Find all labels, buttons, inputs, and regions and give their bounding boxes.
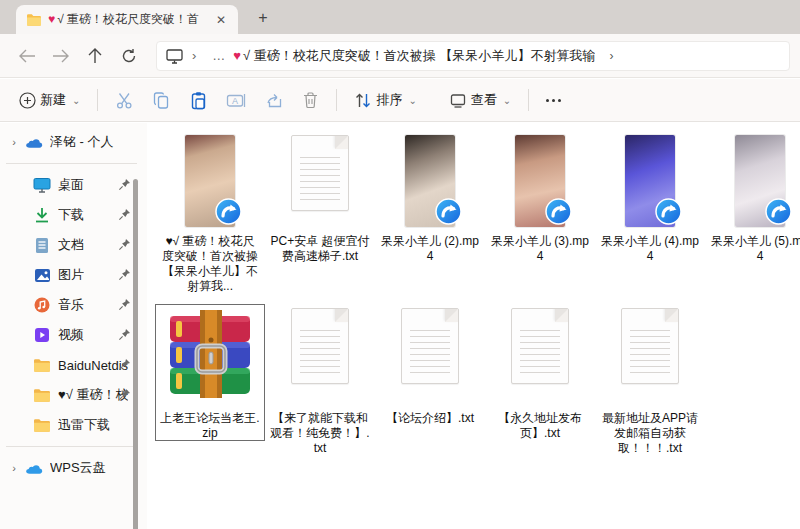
share-button[interactable] xyxy=(256,84,293,116)
breadcrumb-overflow[interactable]: … xyxy=(212,48,225,63)
chevron-down-icon: ⌄ xyxy=(72,95,80,106)
copy-icon xyxy=(152,91,171,110)
file-item-video[interactable]: 呆呆小羊儿 (4).mp4 xyxy=(595,131,705,264)
sidebar-item-label: WPS云盘 xyxy=(50,459,106,477)
folder-icon xyxy=(26,13,42,27)
sidebar-item-music[interactable]: 音乐 xyxy=(0,290,147,320)
back-button[interactable] xyxy=(10,41,44,71)
sidebar-item-videos[interactable]: 视频 xyxy=(0,320,147,350)
toolbar-divider xyxy=(97,89,98,111)
refresh-button[interactable] xyxy=(112,41,146,71)
video-thumbnail xyxy=(515,135,565,227)
file-name: 呆呆小羊儿 (3).mp4 xyxy=(490,234,590,264)
sidebar-item-baidunetdisk[interactable]: BaiduNetdis xyxy=(0,350,147,380)
chevron-right-icon[interactable]: › xyxy=(6,462,22,474)
sidebar-item-label: 泽铭 - 个人 xyxy=(50,133,114,151)
document-icon xyxy=(33,236,51,254)
back-arrow-icon xyxy=(18,49,36,63)
tab-close-button[interactable]: ✕ xyxy=(212,11,230,29)
desktop-icon xyxy=(33,176,51,194)
explorer-body: › 泽铭 - 个人 桌面 下载 xyxy=(0,123,800,529)
sidebar-item-label: 迅雷下载 xyxy=(58,416,110,434)
file-name: PC+安卓 超便宜付费高速梯子.txt xyxy=(270,234,370,264)
file-item-video[interactable]: 呆呆小羊儿 (5).mp4 xyxy=(705,131,800,264)
file-name: 【来了就能下载和观看！纯免费！】.txt xyxy=(270,411,370,456)
toolbar-divider xyxy=(528,89,529,111)
pin-icon xyxy=(118,208,131,221)
sort-button[interactable]: 排序 ⌄ xyxy=(345,84,425,116)
file-item-video[interactable]: 呆呆小羊儿 (3).mp4 xyxy=(485,131,595,264)
up-button[interactable] xyxy=(78,41,112,71)
new-tab-button[interactable]: + xyxy=(252,8,274,28)
toolbar-divider xyxy=(336,89,337,111)
address-bar[interactable]: › … ♥√ 重磅！校花尺度突破！首次被操 【呆呆小羊儿】不射算我输 › xyxy=(156,41,790,71)
sidebar-item-label: 图片 xyxy=(58,266,84,284)
file-item-txt[interactable]: 【论坛介绍】.txt xyxy=(375,304,485,426)
pictures-icon xyxy=(33,266,51,284)
breadcrumb-current-folder[interactable]: ♥√ 重磅！校花尺度突破！首次被操 【呆呆小羊儿】不射算我输 xyxy=(233,47,595,65)
sidebar-divider xyxy=(6,163,137,164)
view-button[interactable]: 查看 ⌄ xyxy=(440,84,520,116)
navigation-pane: › 泽铭 - 个人 桌面 下载 xyxy=(0,123,147,529)
paste-button[interactable] xyxy=(180,84,217,116)
plus-circle-icon xyxy=(19,92,36,109)
new-button-label: 新建 xyxy=(40,91,66,109)
copy-button[interactable] xyxy=(143,84,180,116)
cut-button[interactable] xyxy=(106,84,143,116)
sidebar-item-thunder-downloads[interactable]: 迅雷下载 xyxy=(0,410,147,440)
pin-icon xyxy=(118,298,131,311)
file-item-video-main[interactable]: ♥√ 重磅！校花尺度突破！首次被操 【呆呆小羊儿】不射算我... xyxy=(155,131,265,294)
address-end-chevron[interactable]: › xyxy=(609,49,613,63)
sidebar-item-desktop[interactable]: 桌面 xyxy=(0,170,147,200)
file-item-txt[interactable]: 【永久地址发布页】.txt xyxy=(485,304,595,441)
explorer-tab[interactable]: ♥√ 重磅！校花尺度突破！首 ✕ xyxy=(16,5,238,34)
file-name: 呆呆小羊儿 (5).mp4 xyxy=(710,234,800,264)
new-button[interactable]: 新建 ⌄ xyxy=(10,84,89,116)
file-item-zip-selected[interactable]: 上老王论坛当老王.zip xyxy=(155,304,265,441)
forward-arrow-icon xyxy=(52,49,70,63)
sidebar-item-home-onedrive[interactable]: › 泽铭 - 个人 xyxy=(0,127,147,157)
file-name: 呆呆小羊儿 (4).mp4 xyxy=(600,234,700,264)
sidebar-item-documents[interactable]: 文档 xyxy=(0,230,147,260)
file-item-txt[interactable]: 【来了就能下载和观看！纯免费！】.txt xyxy=(265,304,375,456)
up-arrow-icon xyxy=(88,48,102,64)
video-thumbnail xyxy=(735,135,785,227)
sidebar-divider xyxy=(6,446,137,447)
rename-button[interactable]: A xyxy=(217,84,256,116)
sidebar-item-pictures[interactable]: 图片 xyxy=(0,260,147,290)
navigation-bar: › … ♥√ 重磅！校花尺度突破！首次被操 【呆呆小羊儿】不射算我输 › xyxy=(0,34,800,78)
sidebar-item-downloads[interactable]: 下载 xyxy=(0,200,147,230)
sidebar-item-wps-cloud[interactable]: › WPS云盘 xyxy=(0,453,147,483)
sidebar-item-zhongbang-folder[interactable]: ♥√ 重磅！校 xyxy=(0,380,147,410)
sidebar-item-label: 音乐 xyxy=(58,296,84,314)
file-row-1: ♥√ 重磅！校花尺度突破！首次被操 【呆呆小羊儿】不射算我... PC+安卓 超… xyxy=(155,131,800,304)
text-file-icon xyxy=(291,308,349,384)
file-item-txt[interactable]: 最新地址及APP请发邮箱自动获取！！！.txt xyxy=(595,304,705,456)
file-name: 最新地址及APP请发邮箱自动获取！！！.txt xyxy=(600,411,700,456)
chevron-right-icon[interactable]: › xyxy=(6,136,22,148)
pin-icon xyxy=(118,358,131,371)
play-badge-icon xyxy=(545,198,572,225)
this-pc-monitor-icon xyxy=(165,48,184,64)
sidebar-scrollbar[interactable] xyxy=(133,179,138,529)
play-badge-icon xyxy=(655,198,682,225)
video-thumbnail xyxy=(405,135,455,227)
file-name: 上老王论坛当老王.zip xyxy=(160,411,260,441)
file-name: 【永久地址发布页】.txt xyxy=(490,411,590,441)
forward-button[interactable] xyxy=(44,41,78,71)
video-thumbnail xyxy=(625,135,675,227)
text-file-icon xyxy=(291,135,349,211)
view-window-icon xyxy=(449,92,467,109)
file-name: 【论坛介绍】.txt xyxy=(380,411,480,426)
file-item-txt[interactable]: PC+安卓 超便宜付费高速梯子.txt xyxy=(265,131,375,264)
tab-title: ♥√ 重磅！校花尺度突破！首 xyxy=(48,11,212,28)
heart-icon: ♥ xyxy=(48,12,55,26)
chevron-down-icon: ⌄ xyxy=(503,95,511,106)
delete-button[interactable] xyxy=(293,84,328,116)
see-more-button[interactable] xyxy=(537,84,570,116)
breadcrumb-chevron: › xyxy=(192,48,196,63)
file-item-video[interactable]: 呆呆小羊儿 (2).mp4 xyxy=(375,131,485,264)
pin-icon xyxy=(118,388,131,401)
sidebar-item-label: 文档 xyxy=(58,236,84,254)
onedrive-cloud-icon xyxy=(25,133,43,151)
